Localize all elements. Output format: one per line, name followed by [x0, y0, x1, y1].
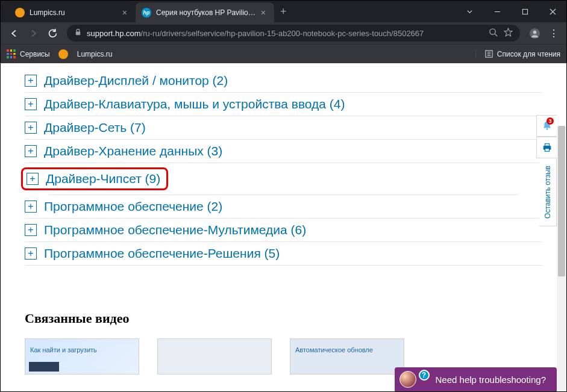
notifications-button[interactable]: 3 — [536, 115, 557, 137]
omnibox-actions — [489, 28, 513, 39]
driver-label: Драйвер-Сеть (7) — [44, 120, 146, 135]
driver-label: Программное обеспечение (2) — [44, 199, 222, 214]
scroll-thumb[interactable] — [558, 126, 565, 276]
expand-icon[interactable]: + — [25, 75, 37, 87]
url-text: support.hp.com/ru-ru/drivers/selfservice… — [87, 29, 489, 38]
svg-point-8 — [533, 30, 536, 34]
help-banner-text: Need help troubleshooting? — [436, 375, 546, 385]
video-title: Автоматическое обновле — [295, 346, 373, 353]
video-card[interactable]: Как найти и загрузить — [25, 338, 139, 375]
svg-rect-16 — [545, 149, 549, 152]
driver-label: Драйвер-Чипсет (9) — [46, 172, 160, 186]
expand-icon[interactable]: + — [27, 173, 39, 185]
star-icon[interactable] — [504, 28, 513, 39]
bookmark-lumpics[interactable]: Lumpics.ru — [58, 49, 113, 59]
expand-icon[interactable]: + — [25, 201, 37, 213]
window-controls — [456, 1, 566, 22]
bookmarks-bar: Сервисы Lumpics.ru Список для чтения — [1, 44, 566, 63]
printer-icon — [542, 142, 553, 153]
forward-button[interactable] — [25, 25, 42, 42]
expand-icon[interactable]: + — [25, 98, 37, 110]
right-widgets: 3 Оставить отзыв — [536, 115, 557, 226]
video-card[interactable] — [157, 338, 272, 375]
favicon-hp: hp — [142, 8, 151, 17]
related-videos-heading: Связанные видео — [25, 311, 542, 326]
svg-rect-4 — [76, 32, 80, 36]
driver-keyboard[interactable]: + Драйвер-Клавиатура, мышь и устройства … — [25, 93, 542, 116]
tab-lumpics[interactable]: Lumpics.ru × — [9, 2, 136, 22]
feedback-button[interactable]: Оставить отзыв — [539, 158, 557, 226]
profile-button[interactable] — [526, 25, 543, 42]
lock-icon[interactable] — [74, 28, 82, 39]
tab-hp-support[interactable]: hp Серия ноутбуков HP Pavilion 15 × — [136, 2, 274, 22]
tab-strip: Lumpics.ru × hp Серия ноутбуков HP Pavil… — [1, 1, 456, 22]
close-icon[interactable]: × — [258, 8, 268, 17]
reading-list-label: Список для чтения — [497, 50, 560, 58]
svg-rect-1 — [522, 9, 527, 14]
page-content: + Драйвер-Дисплей / монитор (2) + Драйве… — [1, 63, 566, 391]
expand-icon[interactable]: + — [25, 247, 37, 260]
driver-label: Драйвер-Хранение данных (3) — [44, 144, 222, 158]
apps-button[interactable]: Сервисы — [7, 49, 50, 58]
address-bar[interactable]: support.hp.com/ru-ru/drivers/selfservice… — [67, 25, 520, 42]
agent-avatar-icon — [399, 371, 416, 388]
reading-list-button[interactable]: Список для чтения — [475, 49, 560, 58]
svg-point-13 — [546, 128, 548, 130]
highlight-marker: + Драйвер-Чипсет (9) — [21, 167, 168, 190]
search-icon[interactable] — [489, 28, 498, 39]
browser-toolbar: support.hp.com/ru-ru/drivers/selfservice… — [1, 22, 566, 44]
menu-button[interactable]: ⋮ — [545, 28, 562, 39]
video-card[interactable]: Автоматическое обновле — [290, 338, 404, 375]
notification-badge: 3 — [547, 117, 554, 125]
driver-display[interactable]: + Драйвер-Дисплей / монитор (2) — [25, 69, 542, 93]
tab-title: Серия ноутбуков HP Pavilion 15 — [156, 8, 256, 17]
driver-label: Программное обеспечение-Решения (5) — [44, 246, 280, 261]
browser-titlebar: Lumpics.ru × hp Серия ноутбуков HP Pavil… — [1, 1, 566, 22]
apps-grid-icon — [7, 49, 16, 58]
window-caret-icon[interactable] — [456, 1, 483, 22]
driver-network[interactable]: + Драйвер-Сеть (7) — [25, 116, 542, 140]
print-button[interactable] — [536, 137, 557, 158]
reload-button[interactable] — [44, 25, 61, 42]
help-banner[interactable]: ? Need help troubleshooting? — [395, 367, 557, 391]
driver-chipset[interactable]: + Драйвер-Чипсет (9) — [25, 163, 542, 194]
bookmark-label: Lumpics.ru — [77, 50, 113, 58]
close-icon[interactable]: × — [120, 8, 130, 17]
maximize-button[interactable] — [511, 1, 539, 22]
close-window-button[interactable] — [539, 1, 566, 22]
driver-multimedia[interactable]: + Программное обеспечение-Мультимедиа (6… — [25, 219, 542, 242]
video-title: Как найти и загрузить — [30, 346, 97, 353]
svg-line-6 — [495, 34, 497, 36]
expand-icon[interactable]: + — [25, 145, 37, 157]
svg-point-5 — [490, 28, 495, 34]
new-tab-button[interactable]: + — [274, 5, 293, 18]
svg-rect-15 — [545, 144, 549, 146]
vertical-scrollbar[interactable] — [557, 126, 566, 391]
tab-title: Lumpics.ru — [30, 8, 117, 17]
driver-label: Драйвер-Дисплей / монитор (2) — [44, 73, 228, 88]
back-button[interactable] — [5, 25, 22, 42]
reading-list-icon — [484, 49, 493, 58]
expand-icon[interactable]: + — [25, 224, 37, 236]
favicon-lumpics — [15, 8, 25, 17]
apps-label: Сервисы — [20, 50, 50, 58]
driver-label: Программное обеспечение-Мультимедиа (6) — [44, 223, 306, 237]
driver-label: Драйвер-Клавиатура, мышь и устройства вв… — [44, 97, 345, 111]
question-icon: ? — [419, 370, 430, 381]
driver-storage[interactable]: + Драйвер-Хранение данных (3) — [25, 140, 542, 163]
expand-icon[interactable]: + — [25, 122, 37, 134]
favicon-lumpics — [58, 49, 68, 59]
minimize-button[interactable] — [483, 1, 511, 22]
driver-software[interactable]: + Программное обеспечение (2) — [25, 195, 542, 219]
driver-solutions[interactable]: + Программное обеспечение-Решения (5) — [25, 242, 542, 266]
drivers-list: + Драйвер-Дисплей / монитор (2) + Драйве… — [25, 69, 542, 266]
